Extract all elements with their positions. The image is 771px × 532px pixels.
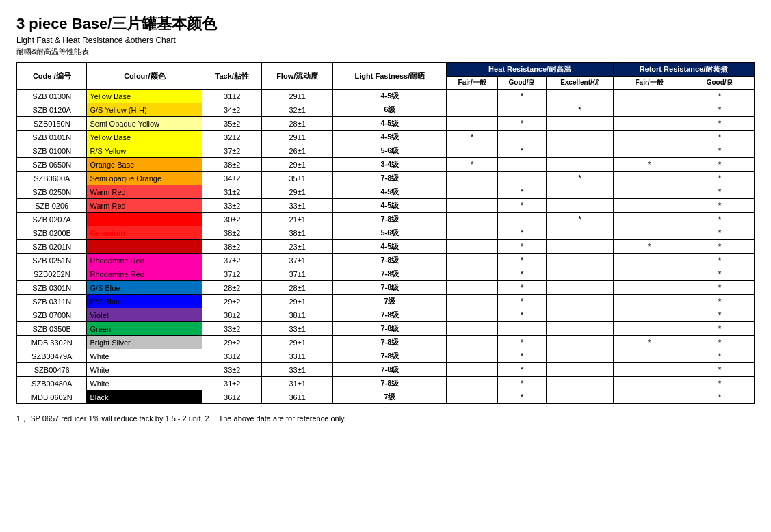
cell-code: SZB 0100N <box>17 144 87 158</box>
cell-code: SZB0150N <box>17 117 87 131</box>
cell-colour: Yellow Base <box>87 131 202 144</box>
cell-excellent <box>547 226 614 240</box>
cell-fair2 <box>613 349 685 363</box>
cell-fair <box>447 363 498 377</box>
cell-good2: * <box>685 117 755 131</box>
cell-colour: Warm Red <box>87 199 202 213</box>
cell-fair <box>447 281 498 295</box>
cell-code: SZB 0101N <box>17 131 87 144</box>
header-fair: Fair/一般 <box>447 77 498 90</box>
header-tack: Tack/粘性 <box>202 63 262 90</box>
header-retort: Retort Resistance/耐蒸煮 <box>613 63 754 77</box>
header-code: Code /编号 <box>17 63 87 90</box>
header-excellent: Excellent/优 <box>547 77 614 90</box>
cell-excellent <box>547 158 614 172</box>
table-row: SZB 0120AG/S Yellow (H-H)34±232±16级** <box>17 103 755 117</box>
cell-colour: R/S Yellow <box>87 144 202 158</box>
table-row: SZB 0100NR/S Yellow37±226±15-6级** <box>17 144 755 158</box>
header-good2: Good/良 <box>685 77 755 90</box>
table-row: SZB 0201NCarmine Red38±223±14-5级*** <box>17 240 755 254</box>
cell-colour: Geranium <box>87 226 202 240</box>
table-row: SZB 0207AScarlet Red30±221±17-8级** <box>17 213 755 226</box>
cell-good: * <box>497 199 546 213</box>
cell-code: SZB00479A <box>17 349 87 363</box>
cell-light: 4-5级 <box>333 240 447 254</box>
cell-good2: * <box>685 363 755 377</box>
cell-fair2 <box>613 172 685 185</box>
cell-fair <box>447 90 498 103</box>
cell-tack: 29±2 <box>202 295 262 308</box>
cell-fair2 <box>613 281 685 295</box>
cell-good <box>497 131 546 144</box>
cell-excellent <box>547 131 614 144</box>
table-row: SZB00476White33±233±17-8级** <box>17 363 755 377</box>
cell-good: * <box>497 308 546 322</box>
cell-flow: 29±1 <box>262 185 333 199</box>
cell-colour: Bright Silver <box>87 336 202 349</box>
cell-fair2 <box>613 103 685 117</box>
cell-fair2: * <box>613 240 685 254</box>
cell-good2: * <box>685 281 755 295</box>
cell-light: 6级 <box>333 103 447 117</box>
cell-flow: 35±1 <box>262 172 333 185</box>
cell-colour: Warm Red <box>87 185 202 199</box>
cell-tack: 34±2 <box>202 103 262 117</box>
cell-code: SZB 0206 <box>17 199 87 213</box>
cell-tack: 30±2 <box>202 213 262 226</box>
cell-tack: 35±2 <box>202 117 262 131</box>
cell-fair2 <box>613 226 685 240</box>
cell-code: SZB 0201N <box>17 240 87 254</box>
cell-light: 4-5级 <box>333 131 447 144</box>
cell-fair2: * <box>613 158 685 172</box>
cell-excellent: * <box>547 172 614 185</box>
cell-flow: 33±1 <box>262 199 333 213</box>
cell-good <box>497 322 546 336</box>
cell-colour: G/S Blue <box>87 281 202 295</box>
cell-good2: * <box>685 295 755 308</box>
cell-light: 5-6级 <box>333 144 447 158</box>
cell-good2: * <box>685 226 755 240</box>
cell-light: 5-6级 <box>333 226 447 240</box>
cell-excellent <box>547 240 614 254</box>
cell-tack: 37±2 <box>202 267 262 281</box>
cell-good2: * <box>685 377 755 390</box>
cell-good2: * <box>685 90 755 103</box>
cell-excellent <box>547 144 614 158</box>
cell-flow: 21±1 <box>262 213 333 226</box>
table-row: MDB 3302NBright Silver29±229±17-8级*** <box>17 336 755 349</box>
cell-excellent <box>547 199 614 213</box>
cell-fair <box>447 254 498 267</box>
cell-colour: White <box>87 349 202 363</box>
header-good: Good/良 <box>497 77 546 90</box>
cell-fair: * <box>447 158 498 172</box>
table-row: SZB 0301NG/S Blue28±228±17-8级** <box>17 281 755 295</box>
cell-light: 4-5级 <box>333 199 447 213</box>
cell-code: SZB 0650N <box>17 158 87 172</box>
table-row: SZB0600ASemi opaque Orange34±235±17-8级** <box>17 172 755 185</box>
cell-good2: * <box>685 336 755 349</box>
cell-tack: 38±2 <box>202 226 262 240</box>
cell-fair <box>447 349 498 363</box>
cell-good: * <box>497 349 546 363</box>
cell-flow: 28±1 <box>262 281 333 295</box>
cell-good2: * <box>685 144 755 158</box>
cell-good <box>497 172 546 185</box>
cell-excellent <box>547 185 614 199</box>
header-fair2: Fair/一般 <box>613 77 685 90</box>
cell-good: * <box>497 336 546 349</box>
cell-excellent <box>547 267 614 281</box>
cell-colour: Yellow Base <box>87 90 202 103</box>
cell-tack: 37±2 <box>202 144 262 158</box>
cell-good2: * <box>685 267 755 281</box>
cell-light: 4-5级 <box>333 90 447 103</box>
cell-light: 7-8级 <box>333 213 447 226</box>
table-row: SZB 0311NR/S Blue29±229±17级** <box>17 295 755 308</box>
cell-fair2 <box>613 131 685 144</box>
cell-light: 3-4级 <box>333 158 447 172</box>
cell-flow: 31±1 <box>262 377 333 390</box>
cell-flow: 36±1 <box>262 390 333 404</box>
cell-good2: * <box>685 213 755 226</box>
cell-good <box>497 158 546 172</box>
cell-light: 7级 <box>333 390 447 404</box>
cell-colour: Scarlet Red <box>87 213 202 226</box>
